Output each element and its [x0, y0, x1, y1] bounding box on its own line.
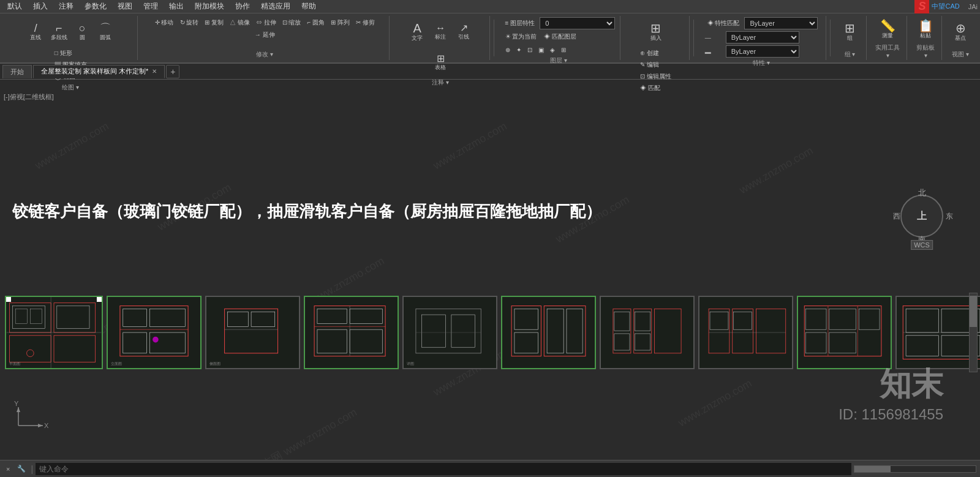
- thumbnail-9[interactable]: ⌐: [797, 296, 892, 369]
- layer-freeze-btn[interactable]: ☀ 置为当前: [503, 31, 540, 42]
- thumbnail-2[interactable]: ⌐ 立面图: [107, 296, 202, 369]
- tool-fillet[interactable]: ⌐ 圆角: [304, 17, 327, 28]
- menu-annotate[interactable]: 注释: [54, 0, 78, 13]
- linetype-dropdown[interactable]: ByLayer: [726, 31, 799, 43]
- tool-mirror[interactable]: △ 镜像: [227, 17, 252, 28]
- linetype-label: —: [705, 34, 723, 41]
- menu-insert[interactable]: 插入: [28, 0, 53, 13]
- wm9: www.znzmo.com: [737, 145, 815, 197]
- doc-tab-add-btn[interactable]: +: [166, 65, 179, 78]
- tool-scale[interactable]: ⊡ 缩放: [280, 17, 304, 28]
- tool-extend[interactable]: → 延伸: [252, 29, 277, 40]
- thumb2-cad: 立面图: [108, 297, 200, 368]
- menu-view[interactable]: 视图: [113, 0, 137, 13]
- utilities-group-label: 实用工具 ▾: [874, 43, 902, 59]
- thumbnail-8[interactable]: □: [698, 296, 793, 369]
- doc-tab-close-btn[interactable]: ✕: [152, 68, 157, 75]
- svg-marker-107: [17, 407, 20, 412]
- layer-props-btn[interactable]: ≡ 图层特性: [503, 18, 538, 29]
- command-input[interactable]: [36, 463, 851, 475]
- tool-edit-block[interactable]: ✎ 编辑: [638, 59, 674, 70]
- prop-row1: ◈ 特性匹配 ByLayer: [705, 17, 818, 29]
- thumb3-cad: 侧面图: [206, 297, 299, 368]
- svg-rect-22: [207, 297, 299, 368]
- menu-addons[interactable]: 附加模块: [190, 0, 229, 13]
- menu-help[interactable]: 帮助: [296, 0, 321, 13]
- thumb4-bracket: ⌐: [349, 296, 353, 297]
- thumbnail-3[interactable]: 侧面图: [205, 296, 300, 369]
- doc-tab-main[interactable]: 全屋整装定制 家装样板间 木作定制* ✕: [33, 65, 165, 78]
- thumbnail-1[interactable]: 平面图: [5, 296, 103, 369]
- svg-point-20: [153, 337, 159, 343]
- tool-move[interactable]: ✛ 移动: [153, 17, 176, 28]
- layer-match-btn[interactable]: ◈ 匹配图层: [541, 31, 579, 42]
- coord-svg: X Y: [12, 401, 49, 432]
- properties-group-label: 特性 ▾: [753, 59, 770, 67]
- menu-manage[interactable]: 管理: [138, 0, 163, 13]
- tool-array[interactable]: ⊞ 阵列: [328, 17, 352, 28]
- tool-line[interactable]: / 直线: [24, 17, 47, 47]
- status-scrollbar[interactable]: [854, 465, 976, 473]
- tool-rotate[interactable]: ↻ 旋转: [178, 17, 202, 28]
- layer-dropdown[interactable]: 0: [540, 17, 614, 29]
- svg-text:立面图: 立面图: [111, 361, 122, 366]
- tool-copy[interactable]: ⊞ 复制: [202, 17, 226, 28]
- tool-rect[interactable]: □ 矩形: [52, 48, 89, 59]
- thumbnail-7[interactable]: □: [600, 296, 695, 369]
- layer-icon6[interactable]: ⊞: [559, 44, 568, 55]
- status-scroll-thumb[interactable]: [854, 466, 891, 472]
- layer-top-row: ≡ 图层特性 0: [503, 17, 615, 29]
- tool-edit-attr[interactable]: ⊡ 编辑属性: [638, 71, 674, 82]
- modify-group-label: 修改 ▾: [256, 50, 273, 59]
- menu-parametric[interactable]: 参数化: [80, 0, 111, 13]
- menu-collaborate[interactable]: 协作: [230, 0, 255, 13]
- layer-icon1[interactable]: ⊕: [503, 44, 513, 55]
- compass: 北 南 东 西 上 WCS: [900, 195, 949, 244]
- layer-icon4[interactable]: ▣: [536, 44, 546, 55]
- lineweight-dropdown[interactable]: ByLayer: [726, 45, 799, 58]
- tool-insert[interactable]: ⊞ 插入: [645, 17, 667, 47]
- color-dropdown[interactable]: ByLayer: [744, 17, 818, 29]
- layer-icon2[interactable]: ✦: [514, 44, 524, 55]
- thumbnail-4[interactable]: ⌐: [304, 296, 399, 369]
- thumbnails-row: 平面图 ⌐ 立面图: [0, 293, 980, 372]
- scroll-thumb[interactable]: [970, 296, 977, 327]
- tool-group[interactable]: ⊞ 组: [839, 17, 861, 47]
- tool-dimension[interactable]: ↔ 标注: [429, 17, 451, 47]
- thumb9-bracket: ⌐: [842, 296, 846, 297]
- doc-tab-main-label: 全屋整装定制 家装样板间 木作定制*: [41, 67, 148, 76]
- menu-default[interactable]: 默认: [2, 0, 27, 13]
- tool-paste[interactable]: 📋 粘贴: [914, 17, 937, 42]
- watermark: www.znzmo.com www.znzmo.com www.znzmo.co…: [0, 91, 980, 460]
- brand-logo: 知末 ID: 1156981455: [839, 363, 943, 423]
- thumbnail-5[interactable]: 详图: [402, 296, 497, 369]
- menu-output[interactable]: 输出: [164, 0, 189, 13]
- dim-icon: ↔: [435, 23, 445, 33]
- tool-text[interactable]: A 文字: [406, 17, 428, 47]
- app-title: JAi: [968, 3, 978, 10]
- doc-tab-start[interactable]: 开始: [2, 65, 32, 78]
- thumbnail-10[interactable]: ⌐: [895, 296, 980, 369]
- menu-featured[interactable]: 精选应用: [256, 0, 295, 13]
- tool-create-block[interactable]: ⊕ 创建: [638, 48, 674, 59]
- view-group-label: 视图 ▾: [952, 50, 969, 59]
- thumbnail-6[interactable]: ⌐: [501, 296, 596, 369]
- tool-trim[interactable]: ✂ 修剪: [353, 17, 377, 28]
- measure-icon: 📏: [880, 20, 895, 32]
- status-close-btn[interactable]: ×: [4, 464, 12, 474]
- tool-stretch[interactable]: ⇔ 拉伸: [254, 17, 279, 28]
- tool-leader[interactable]: ↗ 引线: [453, 17, 475, 47]
- tool-polyline[interactable]: ⌐ 多段线: [48, 17, 70, 47]
- prop-match-btn[interactable]: ◈ 特性匹配: [705, 18, 742, 29]
- modify-tools: ✛ 移动 ↻ 旋转 ⊞ 复制 △ 镜像 ⇔ 拉伸 ⊡ 缩放 ⌐ 圆角 ⊞ 阵列 …: [145, 17, 384, 40]
- tool-basepoint[interactable]: ⊕ 基点: [949, 17, 971, 47]
- tool-measure[interactable]: 📏 测量: [876, 17, 899, 42]
- layer-icon3[interactable]: ⊡: [525, 44, 535, 55]
- tool-arc[interactable]: ⌒ 圆弧: [94, 17, 116, 47]
- status-settings-btn[interactable]: 🔧: [15, 464, 28, 474]
- tool-circle[interactable]: ○ 圆: [71, 17, 93, 47]
- tool-table[interactable]: ⊞ 表格: [429, 48, 451, 77]
- right-scrollbar[interactable]: [969, 293, 978, 372]
- layer-icon5[interactable]: ◈: [548, 44, 557, 55]
- sep1: [494, 20, 494, 56]
